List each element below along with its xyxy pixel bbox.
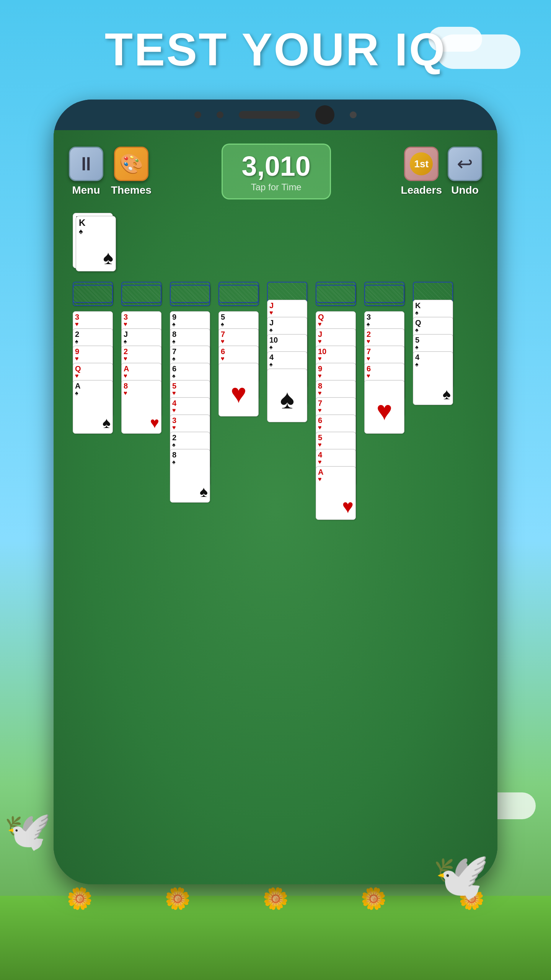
flower-3: 🌼 — [262, 886, 289, 911]
undo-icon: ↩ — [448, 147, 482, 181]
score-subtext: Tap for Time — [251, 182, 302, 192]
back-card — [316, 285, 356, 306]
column-5: J♥♥ J♠♠ 10♠♠ 4♠♠ ♠ — [265, 282, 309, 656]
leaders-label: Leaders — [401, 184, 442, 196]
toolbar: ⏸ Menu 🎨 Themes 3,010 Tap for Time — [61, 138, 490, 205]
foundation-card-front: K ♠ ♠ — [76, 216, 116, 271]
themes-icon: 🎨 — [114, 147, 148, 181]
phone-frame: ⏸ Menu 🎨 Themes 3,010 Tap for Time — [54, 100, 497, 884]
menu-label: Menu — [72, 184, 100, 196]
menu-button[interactable]: ⏸ Menu — [69, 147, 103, 196]
bird-left: 🕊️ — [4, 808, 52, 854]
medal-badge: 1st — [410, 152, 433, 175]
flower-1: 🌼 — [67, 886, 93, 911]
undo-label: Undo — [451, 184, 479, 196]
score-display[interactable]: 3,010 Tap for Time — [222, 144, 331, 199]
column-6: Q♥♥ J♥♥ 10♥♥ 9♥♥ 8♥♥ 7♥♥ 6♥♥ 5♥♥ 4♥♥ A♥♥ — [314, 282, 358, 656]
card-ah2[interactable]: A♥♥ — [316, 466, 356, 520]
column-2: 3♥♥ J♠♠ 2♥♥ A♥♥ 8♥♥ — [119, 282, 163, 656]
column-7: 3♠♠ 2♥♥ 7♥♥ 6♥♥ ♥ — [362, 282, 406, 656]
score-value: 3,010 — [242, 150, 311, 182]
card-heart-big2[interactable]: ♥ — [364, 380, 404, 434]
column-1: 3♥♥ 2♠♠ 9♥♥ Q♥♥ A♠♠ — [71, 282, 115, 656]
card-8s2[interactable]: 8♠♠ — [170, 449, 210, 503]
bird-bottom: 🕊️ — [432, 849, 490, 903]
game-screen: ⏸ Menu 🎨 Themes 3,010 Tap for Time — [54, 130, 497, 884]
card-spade-big[interactable]: ♠ — [267, 369, 307, 422]
card-8h[interactable]: 8♥♥ — [121, 380, 161, 434]
column-3: 9♠♠ 8♠♠ 7♠♠ 6♠♠ 5♥♥ 4♥♥ 3♥♥ 2♠♠ 8♠♠ — [168, 282, 212, 656]
flower-2: 🌼 — [165, 886, 191, 911]
card-as[interactable]: A♠♠ — [73, 380, 113, 434]
phone-notch — [54, 100, 497, 130]
page-title: TEST YOUR IQ — [0, 0, 551, 76]
themes-label: Themes — [111, 184, 152, 196]
back-card — [218, 285, 259, 306]
card-heart-big[interactable]: ♥ — [218, 363, 259, 416]
undo-button[interactable]: ↩ Undo — [448, 147, 482, 196]
back-card — [73, 285, 113, 306]
back-card — [121, 285, 161, 306]
back-card — [364, 285, 404, 306]
column-8: K♠♠ Q♠♠ 5♠♠ 4♠♠ — [411, 282, 455, 656]
tableau: 3♥♥ 2♠♠ 9♥♥ Q♥♥ A♠♠ 3♥♥ J♠♠ — [71, 282, 480, 656]
leaders-icon: 1st — [404, 147, 439, 181]
back-card — [170, 285, 210, 306]
card-4s2[interactable]: 4♠♠ — [413, 351, 453, 405]
pause-icon: ⏸ — [69, 147, 103, 181]
themes-button[interactable]: 🎨 Themes — [111, 147, 152, 196]
leaders-button[interactable]: 1st Leaders — [401, 147, 442, 196]
foundation-pile[interactable]: K ♠ K ♠ ♠ — [73, 213, 480, 274]
flower-4: 🌼 — [360, 886, 387, 911]
column-4: 5♠♠ 7♥♥ 6♥♥ ♥ — [217, 282, 261, 656]
